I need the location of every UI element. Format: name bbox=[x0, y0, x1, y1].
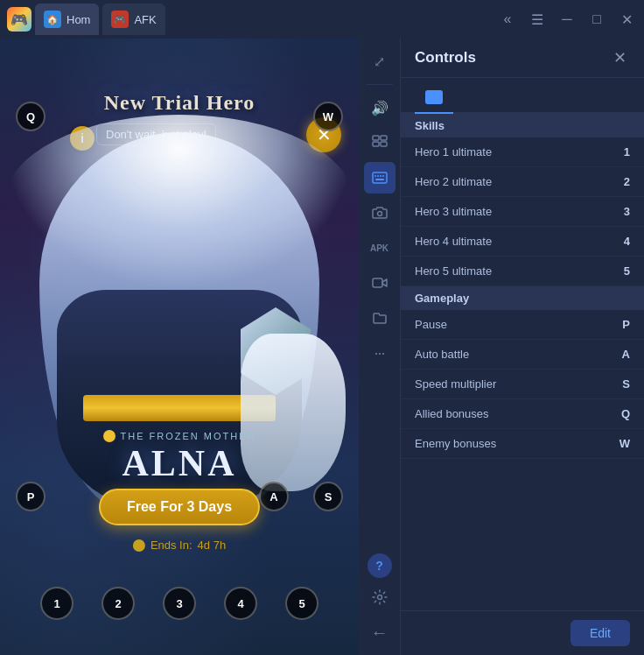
ends-in-label: Ends In: bbox=[150, 539, 192, 552]
num-key-5[interactable]: 5 bbox=[285, 587, 318, 620]
control-row-hero2[interactable]: Hero 2 ultimate 2 bbox=[401, 167, 644, 197]
top-bar: 🎮 🏠 Hom 🎮 AFK « ☰ ─ □ ✕ bbox=[0, 0, 644, 39]
toolbar-keyboard[interactable] bbox=[364, 162, 396, 194]
control-row-hero3[interactable]: Hero 3 ultimate 3 bbox=[401, 197, 644, 227]
svg-rect-11 bbox=[373, 278, 382, 287]
hero-subtitle: The Frozen Mother bbox=[0, 430, 359, 442]
control-key-hero4: 4 bbox=[612, 235, 630, 248]
control-name-hero2: Hero 2 ultimate bbox=[415, 175, 492, 188]
toolbar-expand[interactable]: ⤢ bbox=[364, 46, 396, 77]
controls-header: Controls ✕ bbox=[401, 39, 644, 78]
svg-rect-1 bbox=[373, 142, 379, 146]
menu-button[interactable]: ☰ bbox=[527, 9, 548, 30]
control-key-hero5: 5 bbox=[612, 264, 630, 278]
maximize-button[interactable]: □ bbox=[586, 9, 607, 30]
app-logo: 🎮 bbox=[7, 7, 32, 32]
toolbar-settings[interactable] bbox=[364, 581, 396, 613]
control-name-autobattle: Auto battle bbox=[415, 348, 469, 361]
svg-point-10 bbox=[377, 212, 382, 216]
controls-body: Skills Hero 1 ultimate 1 Hero 2 ultimate… bbox=[401, 114, 644, 610]
hero-name: ALNA bbox=[0, 442, 359, 484]
gameplay-section-header: Gameplay bbox=[401, 286, 644, 310]
num-key-2[interactable]: 2 bbox=[102, 587, 135, 620]
control-key-hero1: 1 bbox=[612, 145, 630, 158]
hero-subtitle-icon bbox=[103, 430, 116, 442]
control-row-hero1[interactable]: Hero 1 ultimate 1 bbox=[401, 137, 644, 167]
game-viewport: New Trial Hero i Don't wait, just play! … bbox=[0, 39, 359, 655]
control-name-hero5: Hero 5 ultimate bbox=[415, 264, 492, 278]
num-key-1[interactable]: 1 bbox=[40, 587, 74, 620]
key-w-overlay[interactable]: W bbox=[313, 102, 343, 131]
num-key-4[interactable]: 4 bbox=[224, 587, 257, 620]
control-key-hero3: 3 bbox=[612, 205, 630, 218]
control-name-hero3: Hero 3 ultimate bbox=[415, 205, 492, 218]
control-key-allied: Q bbox=[612, 407, 630, 420]
num-key-3[interactable]: 3 bbox=[163, 587, 196, 620]
tab-afk-label: AFK bbox=[134, 13, 156, 26]
control-row-speed[interactable]: Speed multiplier S bbox=[401, 370, 644, 399]
control-name-hero1: Hero 1 ultimate bbox=[415, 145, 492, 158]
tab-home[interactable]: 🏠 Hom bbox=[35, 4, 99, 35]
svg-rect-2 bbox=[381, 136, 387, 140]
svg-rect-0 bbox=[373, 136, 379, 140]
control-name-pause: Pause bbox=[415, 318, 447, 331]
control-name-allied: Allied bonuses bbox=[415, 407, 489, 420]
controls-tabs bbox=[401, 78, 644, 114]
control-key-speed: S bbox=[612, 377, 630, 391]
main-area: New Trial Hero i Don't wait, just play! … bbox=[0, 39, 644, 655]
control-row-allied[interactable]: Allied bonuses Q bbox=[401, 399, 644, 429]
toolbar-divider-1 bbox=[367, 84, 393, 85]
controls-tab-keyboard[interactable] bbox=[415, 85, 453, 114]
control-key-enemy: W bbox=[612, 437, 630, 450]
hero-subtitle-text: The Frozen Mother bbox=[121, 431, 256, 441]
toolbar-help[interactable]: ? bbox=[368, 553, 392, 578]
tab-home-label: Hom bbox=[66, 13, 90, 26]
control-key-pause: P bbox=[612, 318, 630, 331]
key-p-overlay[interactable]: P bbox=[16, 482, 46, 511]
free-button[interactable]: Free For 3 Days bbox=[99, 489, 260, 525]
toolbar-multiinstance[interactable] bbox=[364, 127, 396, 158]
close-button[interactable]: ✕ bbox=[616, 9, 637, 30]
key-q-overlay[interactable]: Q bbox=[16, 102, 46, 131]
toolbar-back[interactable]: ← bbox=[364, 616, 396, 648]
clock-icon bbox=[133, 539, 145, 552]
key-a-overlay[interactable]: A bbox=[259, 482, 289, 511]
toolbar-screenshot[interactable] bbox=[364, 197, 396, 229]
control-row-pause[interactable]: Pause P bbox=[401, 310, 644, 340]
toolbar-files[interactable] bbox=[364, 302, 396, 334]
number-keys: 1 2 3 4 5 bbox=[0, 587, 359, 620]
hero-hair bbox=[4, 115, 354, 290]
tab-home-icon: 🏠 bbox=[44, 11, 61, 28]
collapse-button[interactable]: « bbox=[497, 9, 518, 30]
hero-nameplate: The Frozen Mother ALNA bbox=[0, 430, 359, 484]
ctrl-tab-keyboard-icon bbox=[425, 90, 443, 104]
minimize-button[interactable]: ─ bbox=[556, 9, 578, 30]
controls-title: Controls bbox=[415, 49, 476, 67]
control-row-hero4[interactable]: Hero 4 ultimate 4 bbox=[401, 227, 644, 257]
controls-panel: Controls ✕ Skills Hero 1 ultimate 1 Hero… bbox=[401, 39, 644, 655]
control-key-hero2: 2 bbox=[612, 175, 630, 188]
control-row-hero5[interactable]: Hero 5 ultimate 5 bbox=[401, 257, 644, 286]
control-name-speed: Speed multiplier bbox=[415, 377, 496, 391]
svg-point-12 bbox=[377, 595, 382, 600]
control-row-autobattle[interactable]: Auto battle A bbox=[401, 340, 644, 370]
svg-rect-4 bbox=[373, 173, 387, 183]
key-s-overlay[interactable]: S bbox=[313, 482, 343, 511]
toolbar-apk[interactable]: APK bbox=[364, 232, 396, 264]
toolbar-volume[interactable]: 🔊 bbox=[364, 92, 396, 123]
toolbar-more[interactable]: ··· bbox=[364, 337, 396, 369]
control-name-enemy: Enemy bonuses bbox=[415, 437, 496, 450]
controls-footer: Edit bbox=[401, 610, 644, 655]
tab-afk[interactable]: 🎮 AFK bbox=[102, 4, 164, 35]
control-name-hero4: Hero 4 ultimate bbox=[415, 235, 492, 248]
side-toolbar: ⤢ 🔊 AP bbox=[359, 39, 401, 655]
tab-afk-icon: 🎮 bbox=[111, 11, 129, 28]
skills-section-header: Skills bbox=[401, 114, 644, 137]
control-key-autobattle: A bbox=[612, 348, 630, 361]
toolbar-record[interactable] bbox=[364, 267, 396, 299]
ends-in-time: 4d 7h bbox=[198, 539, 227, 552]
window-controls: « ☰ ─ □ ✕ bbox=[497, 9, 637, 30]
control-row-enemy[interactable]: Enemy bonuses W bbox=[401, 429, 644, 459]
edit-button[interactable]: Edit bbox=[570, 620, 630, 646]
controls-close-button[interactable]: ✕ bbox=[609, 47, 630, 68]
